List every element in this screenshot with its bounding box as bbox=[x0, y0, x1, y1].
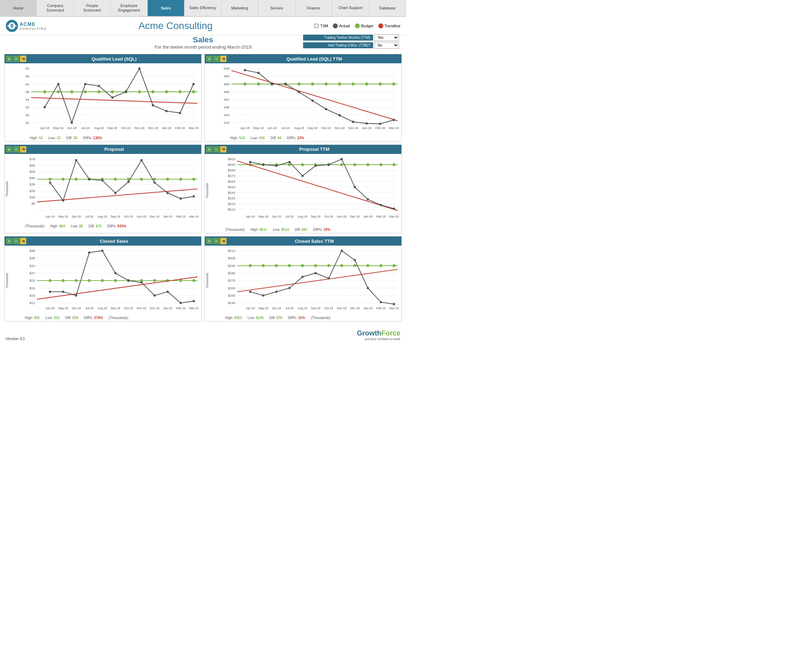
chart-minus-btn-6[interactable]: − bbox=[213, 238, 220, 244]
legend-t3m-label: T3M bbox=[320, 24, 328, 28]
svg-point-388 bbox=[340, 250, 343, 252]
svg-point-173 bbox=[140, 178, 143, 181]
chart-arrow-btn-2[interactable]: ➜ bbox=[220, 56, 226, 62]
svg-point-118 bbox=[325, 108, 327, 111]
svg-point-113 bbox=[257, 72, 260, 74]
nav-database[interactable]: Database bbox=[369, 0, 406, 16]
svg-text:$255: $255 bbox=[228, 294, 235, 297]
chart-minus-btn-2[interactable]: − bbox=[213, 56, 220, 62]
chart-closed-sales-stats: High: $41 Low: $11 Diff: $30 Diff%: 276%… bbox=[22, 315, 201, 321]
svg-point-186 bbox=[140, 159, 142, 161]
svg-text:Apr-18: Apr-18 bbox=[246, 307, 255, 310]
chart-arrow-btn-3[interactable]: ➜ bbox=[20, 146, 26, 152]
svg-point-387 bbox=[328, 277, 330, 280]
svg-point-109 bbox=[379, 82, 382, 86]
svg-point-171 bbox=[114, 178, 117, 181]
chart-arrow-btn[interactable]: ➜ bbox=[20, 56, 26, 62]
svg-point-36 bbox=[84, 90, 87, 93]
nav-finance[interactable]: Finance bbox=[295, 0, 332, 16]
svg-point-183 bbox=[101, 179, 103, 181]
budget-icon bbox=[355, 23, 360, 28]
chart-arrow-btn-5[interactable]: ➜ bbox=[20, 238, 26, 244]
svg-point-56 bbox=[179, 112, 181, 114]
chart-closed-sales-header: + − ➜ Closed Sales bbox=[5, 236, 201, 246]
legend-trendline: Trendline bbox=[379, 23, 400, 28]
svg-text:Nov-18: Nov-18 bbox=[137, 307, 147, 310]
nav-chart-support[interactable]: Chart Support bbox=[332, 0, 369, 16]
svg-point-247 bbox=[392, 163, 395, 166]
chart-plus-btn-3[interactable]: + bbox=[6, 146, 12, 152]
svg-text:$31: $31 bbox=[29, 264, 35, 268]
legend-trendline-label: Trendline bbox=[385, 24, 400, 28]
svg-point-316 bbox=[62, 291, 64, 293]
svg-text:Nov-18: Nov-18 bbox=[137, 215, 147, 218]
svg-point-383 bbox=[275, 291, 277, 293]
svg-point-302 bbox=[49, 279, 52, 282]
chart-minus-btn-4[interactable]: − bbox=[213, 146, 220, 152]
svg-point-57 bbox=[192, 83, 195, 85]
nav-people-scorecard[interactable]: PeopleScorecard bbox=[74, 0, 111, 16]
svg-text:Jun-18: Jun-18 bbox=[72, 215, 81, 218]
chart-minus-btn[interactable]: − bbox=[13, 56, 19, 62]
version-text: Version 3.1 bbox=[6, 336, 25, 341]
svg-text:$49: $49 bbox=[29, 176, 35, 180]
chart-plus-btn[interactable]: + bbox=[6, 56, 12, 62]
nav-employee-engagement[interactable]: EmployeeEngagement bbox=[111, 0, 147, 16]
chart-proposal-ttm-header: + − ➜ Proposal TTM bbox=[205, 145, 401, 154]
chart-plus-btn-4[interactable]: + bbox=[206, 146, 212, 152]
svg-text:Dec-18: Dec-18 bbox=[150, 307, 160, 310]
company-title: Acme Consulting bbox=[37, 20, 314, 32]
nav-marketing[interactable]: Marketing bbox=[221, 0, 258, 16]
chart-minus-btn-5[interactable]: − bbox=[13, 238, 19, 244]
svg-text:$11: $11 bbox=[29, 301, 35, 305]
header: ACME CONSULTING Acme Consulting T3M Actu… bbox=[0, 17, 406, 35]
svg-text:Apr-18: Apr-18 bbox=[240, 126, 250, 130]
svg-point-176 bbox=[179, 178, 182, 181]
svg-text:Mar-19: Mar-19 bbox=[189, 126, 198, 130]
nav-sales-efficiency[interactable]: Sales Efficiency bbox=[185, 0, 221, 16]
svg-text:Apr-18: Apr-18 bbox=[46, 307, 55, 310]
svg-text:Jul-18: Jul-18 bbox=[85, 307, 93, 310]
svg-point-34 bbox=[57, 90, 60, 93]
svg-text:$563: $563 bbox=[228, 180, 235, 183]
svg-point-258 bbox=[367, 198, 369, 200]
nav-service[interactable]: Service bbox=[258, 0, 295, 16]
svg-text:Apr-18: Apr-18 bbox=[40, 126, 50, 130]
chart-proposal-svg: $79 $69 $59 $49 $39 $29 $19 $9 bbox=[22, 155, 201, 222]
svg-point-256 bbox=[340, 158, 343, 160]
svg-text:Jan-19: Jan-19 bbox=[363, 215, 372, 218]
svg-text:Sep-18: Sep-18 bbox=[111, 307, 121, 310]
svg-text:Mar-19: Mar-19 bbox=[389, 126, 398, 130]
chart-plus-btn-6[interactable]: + bbox=[206, 238, 212, 244]
svg-text:Feb-19: Feb-19 bbox=[175, 126, 185, 130]
chart-closed-sales-ttm: + − ➜ Closed Sales TTM Thousands bbox=[205, 236, 402, 321]
svg-point-315 bbox=[49, 291, 51, 293]
svg-text:34: 34 bbox=[26, 97, 30, 102]
svg-text:Sep-18: Sep-18 bbox=[311, 215, 321, 218]
svg-point-260 bbox=[393, 207, 395, 210]
trendline-icon bbox=[379, 23, 383, 28]
svg-text:Dec-18: Dec-18 bbox=[350, 215, 360, 218]
legend-budget-label: Budget bbox=[361, 24, 374, 28]
nav-home[interactable]: Home bbox=[0, 0, 37, 16]
chart-btns-4: + − ➜ bbox=[206, 146, 226, 152]
nav-sales[interactable]: Sales bbox=[148, 0, 185, 16]
chart-arrow-btn-6[interactable]: ➜ bbox=[220, 238, 226, 244]
svg-text:410: 410 bbox=[224, 121, 230, 125]
chart-closed-sales-title: Closed Sales bbox=[28, 239, 200, 244]
svg-point-251 bbox=[275, 164, 277, 166]
svg-line-248 bbox=[237, 161, 398, 211]
svg-text:Nov-18: Nov-18 bbox=[334, 126, 345, 130]
chart-plus-btn-2[interactable]: + bbox=[206, 56, 212, 62]
chart-minus-btn-3[interactable]: − bbox=[13, 146, 19, 152]
chart-plus-btn-5[interactable]: + bbox=[6, 238, 12, 244]
chart-qualified-lead-ttm-stats: High: 510 Low: 416 Diff: 94 Diff%: 23% bbox=[216, 135, 401, 142]
chart-arrow-btn-4[interactable]: ➜ bbox=[220, 146, 226, 152]
chart-closed-sales-ttm-body: Thousands bbox=[205, 246, 401, 321]
svg-point-252 bbox=[288, 161, 290, 163]
nav-company-scorecard[interactable]: CompanyScorecard bbox=[37, 0, 73, 16]
svg-point-35 bbox=[70, 90, 73, 93]
svg-point-48 bbox=[71, 122, 73, 124]
svg-text:Jan-19: Jan-19 bbox=[163, 307, 172, 310]
svg-text:$39: $39 bbox=[29, 249, 35, 253]
